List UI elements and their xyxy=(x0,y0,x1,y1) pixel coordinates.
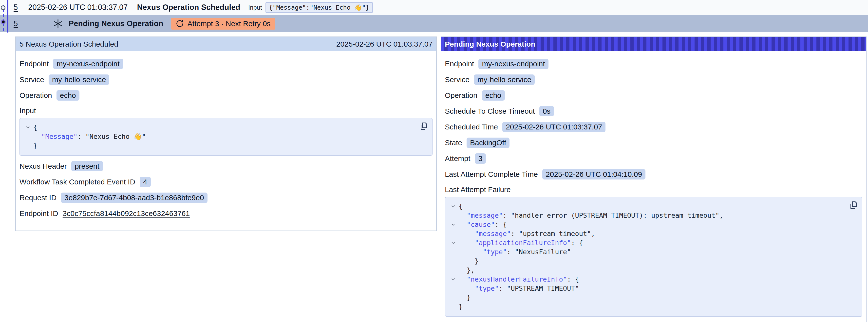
event-input-preview-badge: {"Message":"Nexus Echo 👋"} xyxy=(266,2,373,13)
code-text: "type": "UPSTREAM_TIMEOUT" xyxy=(459,284,579,293)
code-text: "applicationFailureInfo": { xyxy=(459,238,583,247)
copy-button[interactable] xyxy=(849,201,858,210)
pending-nexus-operation-panel: Pending Nexus Operation Endpointmy-nexus… xyxy=(441,36,867,322)
field-row: Schedule To Close Timeout0s xyxy=(445,106,862,117)
field-value-badge: echo xyxy=(482,90,505,101)
field-label: Last Attempt Failure xyxy=(445,185,862,194)
json-text xyxy=(459,221,467,228)
json-text: { xyxy=(459,202,463,210)
gutter-spacer xyxy=(448,247,459,256)
json-text: } xyxy=(459,303,463,311)
event-input-label: Input xyxy=(248,4,262,11)
chevron-down-icon[interactable] xyxy=(448,220,459,229)
field-label: Scheduled Time xyxy=(445,123,498,131)
code-line: "message": "handler error (UPSTREAM_TIME… xyxy=(448,211,844,220)
field-value-badge: 4 xyxy=(140,177,151,187)
field-value-badge: BackingOff xyxy=(467,137,509,148)
json-text: : "NexusFailure" xyxy=(507,248,571,256)
field-label: Operation xyxy=(20,91,52,100)
code-line: } xyxy=(23,141,415,150)
pending-nexus-operation-row[interactable]: 5 Pending Nexus Operation Attempt 3 · Ne… xyxy=(0,15,868,32)
field-value-badge: my-hello-service xyxy=(474,74,535,85)
json-text: : "UPSTREAM_TIMEOUT" xyxy=(499,285,579,292)
json-text xyxy=(33,133,41,140)
field-value-badge: 3e829b7e-7d67-4b08-aad3-b1e868bfe9e0 xyxy=(61,193,208,203)
field-row: Endpoint ID3c0c75ccfa8144b092c13ce632463… xyxy=(20,208,433,219)
json-key: "message" xyxy=(467,212,503,219)
gutter-spacer xyxy=(448,256,459,265)
field-row: Last Attempt Complete Time2025-02-26 UTC… xyxy=(445,169,862,180)
code-text: "message": "upstream timeout", xyxy=(459,229,595,238)
timeline-active-bar xyxy=(7,0,8,33)
chevron-down-icon[interactable] xyxy=(448,275,459,284)
json-key: "nexusHandlerFailureInfo" xyxy=(467,276,567,283)
code-text: "cause": { xyxy=(459,220,507,229)
timeline-active-node-icon xyxy=(1,20,6,24)
json-code-block: { "message": "handler error (UPSTREAM_TI… xyxy=(445,197,862,317)
chevron-down-icon[interactable] xyxy=(448,238,459,247)
field-row: Servicemy-hello-service xyxy=(20,74,433,85)
retry-icon xyxy=(176,20,184,28)
left-panel-body: Endpointmy-nexus-endpointServicemy-hello… xyxy=(16,51,436,230)
field-label: State xyxy=(445,138,462,147)
copy-button[interactable] xyxy=(419,122,428,131)
field-value-badge: echo xyxy=(57,90,80,101)
pending-panel-header: Pending Nexus Operation xyxy=(441,37,866,51)
code-text: } xyxy=(33,141,37,150)
left-panel-header: 5 Nexus Operation Scheduled 2025-02-26 U… xyxy=(16,37,436,51)
code-line: "cause": { xyxy=(448,220,844,229)
field-label: Operation xyxy=(445,91,477,100)
json-text xyxy=(459,248,483,256)
json-key: "cause" xyxy=(467,221,495,228)
right-panel-body: Endpointmy-nexus-endpointServicemy-hello… xyxy=(441,51,866,322)
json-text: : "upstream timeout", xyxy=(511,230,595,237)
field-label: Request ID xyxy=(20,194,57,202)
field-row: Nexus Headerpresent xyxy=(20,161,433,171)
gutter-spacer xyxy=(23,132,33,141)
code-line: "type": "UPSTREAM_TIMEOUT" xyxy=(448,284,844,293)
gutter-spacer xyxy=(448,265,459,275)
json-text: : { xyxy=(495,221,507,228)
json-text xyxy=(459,230,475,237)
chevron-down-icon[interactable] xyxy=(23,123,33,132)
gutter-spacer xyxy=(448,211,459,220)
json-text xyxy=(459,276,467,283)
code-text: } xyxy=(459,256,479,265)
json-text: } xyxy=(459,294,471,301)
code-text: "type": "NexusFailure" xyxy=(459,247,571,256)
code-line: { xyxy=(23,123,415,132)
field-label: Nexus Header xyxy=(20,162,67,170)
field-value-badge: 0s xyxy=(539,106,554,117)
field-label: Endpoint xyxy=(20,60,49,68)
gutter-spacer xyxy=(448,229,459,238)
field-label: Last Attempt Complete Time xyxy=(445,170,538,179)
detail-panels: 5 Nexus Operation Scheduled 2025-02-26 U… xyxy=(15,36,868,322)
retry-attempt-badge: Attempt 3 · Next Retry 0s xyxy=(171,18,275,30)
field-row: Attempt3 xyxy=(445,153,862,164)
gutter-spacer xyxy=(448,302,459,311)
field-label: Service xyxy=(20,75,44,84)
field-label: Workflow Task Completed Event ID xyxy=(20,178,135,186)
gutter-spacer xyxy=(448,284,459,293)
chevron-down-icon[interactable] xyxy=(448,202,459,211)
field-row: Operationecho xyxy=(20,90,433,101)
endpoint-id-link[interactable]: 3c0c75ccfa8144b092c13ce632463761 xyxy=(63,209,190,218)
code-text: { xyxy=(33,123,37,132)
code-text: } xyxy=(459,302,463,311)
event-row-nexus-operation-scheduled[interactable]: 5 2025-02-26 UTC 01:03:37.07 Nexus Opera… xyxy=(0,0,868,15)
field-row: StateBackingOff xyxy=(445,137,862,148)
code-text: "nexusHandlerFailureInfo": { xyxy=(459,275,579,284)
timeline-empty-node-icon xyxy=(1,5,5,10)
timeline-rail xyxy=(0,0,14,34)
gutter-spacer xyxy=(448,293,459,302)
field-value-badge: present xyxy=(71,161,103,171)
json-key: "Message" xyxy=(41,133,78,140)
json-code-block: { "Message": "Nexus Echo 👋"} xyxy=(20,118,433,156)
code-text: { xyxy=(459,202,463,211)
field-value-badge: my-nexus-endpoint xyxy=(53,59,123,69)
json-text xyxy=(459,285,475,292)
json-text: : { xyxy=(571,239,583,247)
field-value-badge: 2025-02-26 UTC 01:04:10.09 xyxy=(542,169,646,180)
field-row: Servicemy-hello-service xyxy=(445,74,862,85)
event-timestamp: 2025-02-26 UTC 01:03:37.07 xyxy=(28,3,128,12)
